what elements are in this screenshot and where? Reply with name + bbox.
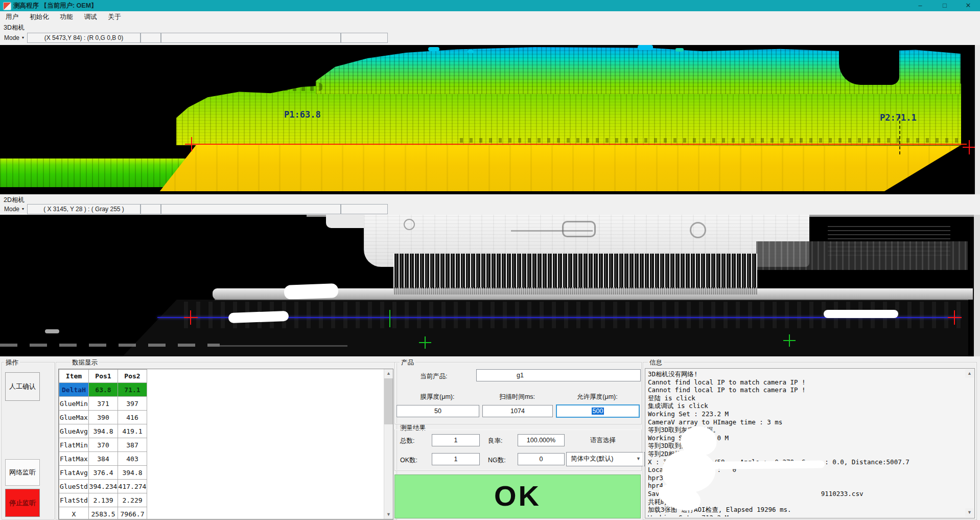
column-header: Item bbox=[59, 370, 89, 383]
column-header: Pos2 bbox=[118, 370, 147, 383]
cell-item: GlueMin bbox=[59, 397, 89, 411]
menu-item-初始化[interactable]: 初始化 bbox=[24, 11, 55, 22]
application-window: 测高程序 【当前用户: OEM】 – □ ✕ 用户初始化功能调试关于 3D相机 … bbox=[0, 0, 980, 520]
language-select[interactable]: 简体中文(默认) ▼ bbox=[566, 452, 645, 466]
network-listen-button[interactable]: 网络监听 bbox=[5, 459, 40, 486]
cell-item: FlatMin bbox=[59, 438, 89, 452]
green-tick bbox=[389, 310, 390, 327]
mode-label: Mode bbox=[4, 34, 19, 41]
camera3d-pixel-status: (X 5473,Y 84) : (R 0,G 0,B 0) bbox=[27, 33, 141, 43]
log-line: Cannot find local IP to match camera IP … bbox=[648, 386, 962, 394]
allow-thickness-field[interactable]: 500 bbox=[556, 404, 640, 418]
menu-item-功能[interactable]: 功能 bbox=[55, 11, 79, 22]
chevron-down-icon: ▼ bbox=[636, 453, 641, 465]
heightmap-left-strip bbox=[0, 159, 192, 187]
menu-item-调试[interactable]: 调试 bbox=[79, 11, 103, 22]
language-value: 简体中文(默认) bbox=[571, 455, 613, 462]
manual-confirm-button[interactable]: 人工确认 bbox=[5, 372, 40, 401]
pin-tails-comb bbox=[393, 287, 757, 295]
cell-item: GlueMax bbox=[59, 411, 89, 424]
table-row[interactable]: X2583.57966.7 bbox=[59, 507, 147, 520]
heightmap-notch bbox=[839, 45, 899, 85]
table-row[interactable]: FlatMin370387 bbox=[59, 438, 147, 452]
scroll-down-icon[interactable]: ▼ bbox=[384, 510, 393, 519]
log-line: CameraV array to HImage time : 3 ms bbox=[648, 418, 962, 426]
log-line: 集成调试 is click bbox=[648, 402, 962, 410]
table-row[interactable]: GlueStd394.234417.274 bbox=[59, 480, 147, 493]
menu-bar: 用户初始化功能调试关于 bbox=[0, 11, 980, 22]
p2-measure-label: P2:71.1 bbox=[880, 112, 917, 123]
fixture-base-highlight bbox=[215, 299, 968, 300]
cell-pos1: 370 bbox=[89, 438, 118, 452]
crosshair-red-left bbox=[190, 310, 191, 325]
table-row[interactable]: FlatAvg376.4394.8 bbox=[59, 466, 147, 480]
crosshair-green bbox=[425, 336, 426, 349]
cell-pos2: 419.1 bbox=[118, 424, 147, 438]
stop-listen-button[interactable]: 停止监听 bbox=[5, 489, 40, 517]
cell-item: GlueAvg bbox=[59, 424, 89, 438]
scroll-down-icon[interactable]: ▼ bbox=[965, 508, 974, 517]
data-list-area: ItemPos1Pos2 DeltaH63.871.1GlueMin371397… bbox=[58, 369, 393, 519]
log-line: Working Set : 223.2 M bbox=[648, 410, 962, 418]
status-cell bbox=[341, 33, 388, 43]
crosshair-red-right bbox=[954, 310, 955, 325]
measure-line-red bbox=[190, 144, 967, 145]
glow-blob bbox=[45, 329, 59, 333]
table-row[interactable]: FlatMax384403 bbox=[59, 452, 147, 466]
selected-text: 500 bbox=[592, 408, 604, 415]
close-button[interactable]: ✕ bbox=[956, 0, 980, 11]
pcb-trace-detail bbox=[511, 230, 593, 232]
table-header-row: ItemPos1Pos2 bbox=[59, 370, 147, 383]
table-row[interactable]: GlueMin371397 bbox=[59, 397, 147, 411]
menu-item-关于[interactable]: 关于 bbox=[103, 11, 127, 22]
heightmap-blotches bbox=[180, 83, 323, 91]
menu-item-用户[interactable]: 用户 bbox=[0, 11, 24, 22]
mode-label: Mode bbox=[4, 206, 19, 213]
canvas-right-edge bbox=[974, 215, 980, 356]
status-cell bbox=[341, 204, 388, 214]
scrollbar-thumb[interactable] bbox=[384, 378, 393, 424]
column-header: Pos1 bbox=[89, 370, 118, 383]
camera3d-mode-button[interactable]: Mode ▼ bbox=[2, 33, 29, 43]
product-label: 产品 bbox=[400, 359, 415, 366]
connector-pins bbox=[393, 254, 757, 289]
pcb-trace-detail bbox=[404, 219, 415, 230]
maximize-button[interactable]: □ bbox=[933, 0, 956, 11]
cell-pos1: 394.8 bbox=[89, 424, 118, 438]
measurement-table: ItemPos1Pos2 DeltaH63.871.1GlueMin371397… bbox=[59, 369, 147, 519]
table-row[interactable]: GlueAvg394.8419.1 bbox=[59, 424, 147, 438]
status-cell bbox=[161, 204, 341, 214]
pcb-trace-detail bbox=[690, 222, 706, 238]
bar-end-blob bbox=[284, 283, 339, 300]
camera2d-mode-button[interactable]: Mode ▼ bbox=[2, 204, 29, 214]
film-thickness-field[interactable]: 50 bbox=[396, 405, 479, 417]
data-display-label: 数据显示 bbox=[71, 359, 99, 366]
scan-time-field[interactable]: 1074 bbox=[482, 405, 553, 417]
log-line: 登陆 is click bbox=[648, 394, 962, 402]
cell-pos1: 2583.5 bbox=[89, 507, 118, 520]
camera3d-section-label: 3D相机 bbox=[4, 22, 25, 32]
cell-pos1: 63.8 bbox=[89, 383, 118, 397]
cell-item: FlatStd bbox=[59, 493, 89, 507]
camera3d-image-view[interactable]: P1:63.8 P2:71.1 bbox=[0, 45, 980, 194]
scroll-up-icon[interactable]: ▲ bbox=[965, 369, 974, 378]
cell-pos2: 394.8 bbox=[118, 466, 147, 480]
camera2d-image-view[interactable] bbox=[0, 215, 980, 356]
table-scrollbar[interactable]: ▲ ▼ bbox=[384, 369, 393, 519]
minimize-button[interactable]: – bbox=[908, 0, 932, 11]
table-row[interactable]: FlatStd2.1392.229 bbox=[59, 493, 147, 507]
title-bar: 测高程序 【当前用户: OEM】 – □ ✕ bbox=[0, 0, 980, 11]
table-row[interactable]: GlueMax390416 bbox=[59, 411, 147, 424]
heightmap-speck bbox=[468, 50, 474, 53]
log-line: 3D相机没有网络! bbox=[648, 370, 962, 378]
heightmap-speck bbox=[638, 45, 653, 50]
glow-blob bbox=[824, 310, 898, 318]
ng-count-field: 0 bbox=[518, 453, 565, 465]
scroll-up-icon[interactable]: ▲ bbox=[384, 369, 393, 378]
cell-item: FlatAvg bbox=[59, 466, 89, 480]
cell-item: X bbox=[59, 507, 89, 520]
table-row[interactable]: DeltaH63.871.1 bbox=[59, 383, 147, 397]
bottom-streaks bbox=[220, 345, 347, 347]
connector-right-shoulder bbox=[756, 241, 968, 270]
ok-count-field: 1 bbox=[432, 453, 480, 465]
